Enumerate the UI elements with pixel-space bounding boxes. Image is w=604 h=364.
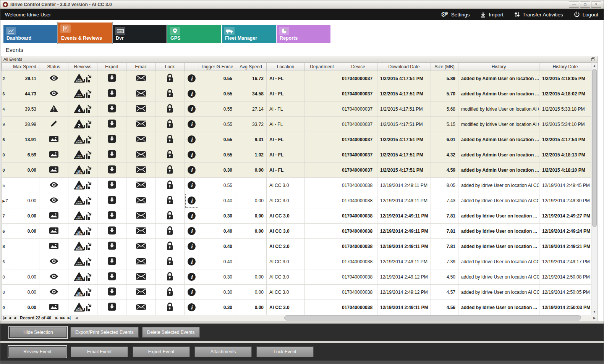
cell-status[interactable] (39, 300, 68, 315)
import-button[interactable]: Import (480, 12, 503, 18)
cell-history[interactable]: added by Admin User on location ... (458, 147, 539, 163)
cell-trigger-gforce[interactable]: 0.40 (199, 239, 235, 254)
cell-trigger-gforce[interactable]: 0.55 (199, 117, 235, 132)
cell-department[interactable] (305, 269, 339, 285)
horizontal-scroll-thumb[interactable] (284, 315, 581, 321)
cell-device[interactable]: 017040000038 (339, 254, 377, 269)
info-button[interactable]: i (185, 132, 199, 147)
cell-location[interactable]: Al CC 3.0 (267, 193, 305, 208)
scroll-up-icon[interactable]: ▲ (591, 63, 598, 69)
lock-button[interactable] (155, 101, 185, 117)
table-row[interactable]: 439.534i0.5527.14Al - FL0170400000371/2/… (2, 101, 591, 117)
cell-department[interactable] (305, 193, 339, 208)
export-button[interactable] (97, 147, 126, 163)
cell-status[interactable] (39, 285, 68, 300)
delete-selected-button[interactable]: Delete Selected Events (142, 327, 200, 338)
cell-max-speed[interactable]: 0.00 (10, 300, 39, 315)
lock-button[interactable] (155, 254, 185, 269)
cell-department[interactable] (305, 178, 339, 193)
cell-max-speed[interactable]: 0.00 (10, 224, 39, 239)
column-header-export[interactable]: Export (97, 63, 126, 71)
cell-size-mb[interactable]: 5.70 (431, 86, 458, 101)
cell-size-mb[interactable]: 7.81 (431, 239, 458, 254)
cell-location[interactable]: Al CC 3.0 (267, 224, 305, 239)
cell-location[interactable]: Al - FL (267, 101, 305, 117)
row-indicator[interactable]: 8 (2, 285, 10, 300)
cell-location[interactable]: Al CC 3.0 (267, 269, 305, 285)
row-indicator[interactable]: 5 (2, 178, 10, 193)
cell-max-speed[interactable] (10, 239, 39, 254)
cell-location[interactable]: Al - FL (267, 147, 305, 163)
cell-status[interactable] (39, 193, 68, 208)
cell-device[interactable]: 017040000038 (339, 193, 377, 208)
next-page-button[interactable]: ▶▶ (60, 316, 65, 320)
scroll-right-icon[interactable]: ▶ (591, 316, 598, 320)
cell-department[interactable] (305, 300, 339, 315)
cell-device[interactable]: 017040000037 (339, 71, 377, 86)
cell-trigger-gforce[interactable]: 0.55 (199, 178, 235, 193)
cell-avg-speed[interactable]: 34.58 (235, 86, 267, 101)
review-event-button[interactable]: Review Event (9, 346, 66, 357)
cell-download-date[interactable]: 12/19/2014 2:49:11 PM (377, 193, 431, 208)
cell-size-mb[interactable]: 4.57 (431, 285, 458, 300)
row-indicator[interactable]: 7 (2, 208, 10, 224)
cell-department[interactable] (305, 101, 339, 117)
info-button[interactable]: i (185, 101, 199, 117)
cell-history[interactable]: added by Idrive User on location Al CC .… (458, 254, 539, 269)
cell-device[interactable]: 017040000038 (339, 208, 377, 224)
cell-device[interactable]: 017040000037 (339, 132, 377, 147)
email-button[interactable] (126, 269, 155, 285)
cell-size-mb[interactable]: 4.50 (431, 269, 458, 285)
table-row[interactable]: 00.00NOSCOREi0.300.00Al - FL017040000037… (2, 163, 591, 178)
cell-trigger-gforce[interactable]: 0.40 (199, 254, 235, 269)
lock-button[interactable] (155, 132, 185, 147)
cell-device[interactable]: 017040000037 (339, 147, 377, 163)
table-row[interactable]: 60.00NOSCOREi0.400.00Al CC 3.00170400000… (2, 224, 591, 239)
lock-button[interactable] (155, 178, 185, 193)
cell-reviews[interactable]: NOSCORE (68, 239, 97, 254)
cell-avg-speed[interactable] (235, 178, 267, 193)
cell-trigger-gforce[interactable]: 0.30 (199, 285, 235, 300)
email-button[interactable] (126, 132, 155, 147)
cell-history[interactable]: added by Admin User on location ... (458, 71, 539, 86)
cell-max-speed[interactable]: 39.53 (10, 101, 39, 117)
email-button[interactable] (126, 208, 155, 224)
tab-gps[interactable]: GPS (167, 25, 221, 43)
table-row[interactable]: 229.11NOSCOREi0.5516.72Al - FL0170400000… (2, 71, 591, 86)
info-button[interactable]: i (185, 71, 199, 86)
cell-max-speed[interactable]: 44.73 (10, 86, 39, 101)
row-indicator[interactable]: ▶7 (2, 193, 10, 208)
lock-button[interactable] (155, 224, 185, 239)
row-indicator[interactable]: 0 (2, 269, 10, 285)
transfer-activities-button[interactable]: Transfer Activities (514, 11, 563, 18)
export-button[interactable] (97, 86, 126, 101)
export-button[interactable] (97, 285, 126, 300)
cell-avg-speed[interactable] (235, 254, 267, 269)
cell-history-date[interactable]: 12/19/2014 2:49:30 PM (539, 193, 591, 208)
cell-department[interactable] (305, 254, 339, 269)
export-button[interactable] (97, 254, 126, 269)
cell-reviews[interactable]: NOSCORE (68, 269, 97, 285)
cell-status[interactable] (39, 254, 68, 269)
table-row[interactable]: ▶70.00NOSCOREi0.400.00Al CC 3.0017040000… (2, 193, 591, 208)
cell-max-speed[interactable]: 6.59 (10, 147, 39, 163)
cell-department[interactable] (305, 71, 339, 86)
cell-history[interactable]: added by Idrive User on location ... (458, 224, 539, 239)
cell-department[interactable] (305, 224, 339, 239)
row-indicator[interactable]: 2 (2, 71, 10, 86)
export-button[interactable] (97, 193, 126, 208)
column-header-location[interactable]: Location (267, 63, 305, 71)
cell-department[interactable] (305, 86, 339, 101)
cell-department[interactable] (305, 117, 339, 132)
first-record-button[interactable]: |◀ (3, 316, 6, 320)
cell-history-date[interactable]: 1/2/2015 4:18:13 PM (539, 147, 591, 163)
cell-location[interactable]: Al CC 3.0 (267, 178, 305, 193)
column-header-status[interactable]: Status (39, 63, 68, 71)
cell-trigger-gforce[interactable]: 0.55 (199, 132, 235, 147)
info-button[interactable]: i (185, 300, 199, 315)
cell-location[interactable]: Al - FL (267, 163, 305, 178)
table-row[interactable]: 8NOSCOREi0.40Al CC 3.001704000003812/19/… (2, 239, 591, 254)
table-row[interactable]: 00.00NOSCOREi0.300.00Al CC 3.00170400000… (2, 300, 591, 315)
minimize-button[interactable]: — (569, 2, 579, 8)
cell-download-date[interactable]: 12/19/2014 2:49:11 PM (377, 208, 431, 224)
